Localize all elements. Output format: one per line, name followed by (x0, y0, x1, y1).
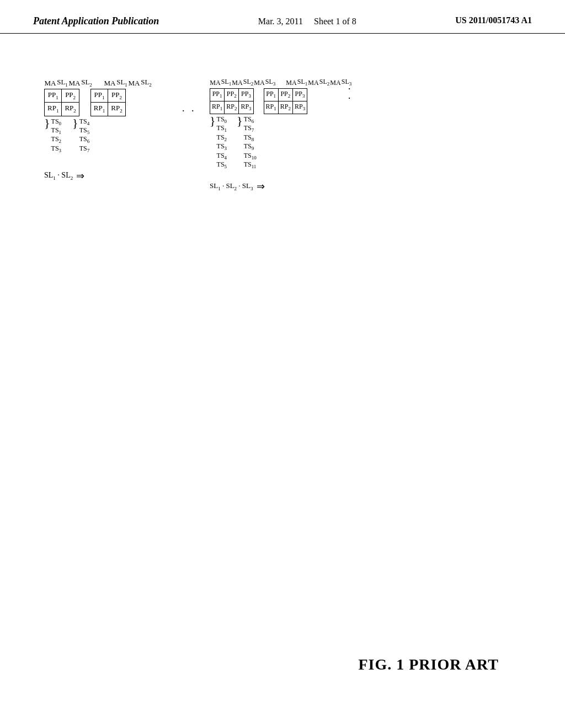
g2-col-sl3: SL3 (265, 78, 276, 87)
sl1-sl2-sl3-label: SL1 · SL2 · SL3 (210, 181, 253, 191)
sheet-label: Sheet 1 of 8 (314, 17, 356, 26)
g2-pp2b: PP2 (278, 88, 292, 101)
group1-table1: PP1 PP2 RP1 RP2 (44, 89, 79, 116)
dots-right: · · (343, 88, 355, 102)
patent-number: US 2011/0051743 A1 (455, 15, 532, 25)
g2-rp3: RP3 (239, 101, 253, 114)
g2-rp3b: RP3 (292, 101, 307, 114)
ts-group1-right: } TS4 TS5 TS6 TS7 (72, 117, 89, 154)
col-sl2a: SL2 (81, 78, 93, 88)
ts-labels4: TS6 TS7 TS8 TS9 TS10 TS11 (244, 115, 257, 169)
g2-col-sl2b: SL2 (319, 78, 330, 87)
g2-col-sl1: SL1 (221, 78, 232, 87)
brace1: } (44, 117, 50, 129)
ts-labels1: TS0 TS1 TS2 TS3 (51, 117, 62, 154)
group2-table1: PP1 PP2 PP3 RP1 RP2 RP3 (210, 88, 254, 114)
group2-tables: PP1 PP2 PP3 RP1 RP2 RP3 PP1 PP2 PP3 (210, 88, 352, 114)
group2-arrow-label: SL1 · SL2 · SL3 ⇒ (210, 180, 352, 192)
brace4: } (237, 115, 243, 126)
group1-table2: PP1 PP2 RP1 RP2 (90, 89, 126, 116)
rp1-cell: RP1 (45, 103, 62, 116)
brace3: } (210, 115, 216, 126)
col-ma1: MA (44, 79, 56, 88)
g2-pp2: PP2 (225, 88, 239, 101)
col-sl2b: SL2 (140, 78, 152, 88)
dots-upper: · · (182, 105, 196, 117)
pp2-cell: PP2 (62, 89, 79, 102)
group1-arrow-label: SL1 · SL2 ⇒ (44, 170, 152, 182)
g2-rp1: RP1 (210, 101, 225, 114)
publication-label: Patent Application Publication (33, 15, 159, 27)
ts-group1-left: } TS0 TS1 TS2 TS3 (44, 117, 61, 154)
group2-col-headers: MA SL1 MA SL2 MA SL3 MA SL1 MA SL2 MA SL… (210, 78, 352, 87)
sl1-sl2-label: SL1 · SL2 (44, 171, 73, 181)
g2-col-sl2: SL2 (243, 78, 254, 87)
ts-labels2: TS4 TS5 TS6 TS7 (79, 117, 90, 154)
g2-col-ma6: MA (330, 79, 341, 87)
col-ma4: MA (128, 79, 140, 88)
g2-pp3b: PP3 (292, 88, 307, 101)
g2-col-ma3: MA (254, 79, 265, 87)
pp1-cell: PP1 (45, 89, 62, 102)
brace2: } (72, 117, 78, 129)
ts2-group-left: } TS0 TS1 TS2 TS3 TS4 TS5 (210, 115, 227, 169)
group1-ts-row: } TS0 TS1 TS2 TS3 } TS4 TS5 TS6 TS7 (44, 117, 152, 154)
ts8b: TS8 (244, 133, 257, 142)
ts6b: TS6 (244, 115, 257, 124)
g2-col-ma4: MA (286, 79, 297, 87)
g2-col-sl3b: SL3 (341, 78, 352, 87)
g2-pp3: PP3 (239, 88, 253, 101)
date-sheet-info: Mar. 3, 2011 Sheet 1 of 8 (258, 15, 356, 28)
g2-pp1: PP1 (210, 88, 225, 101)
g2-rp1b: RP1 (264, 101, 278, 114)
group2-container: MA SL1 MA SL2 MA SL3 MA SL1 MA SL2 MA SL… (210, 78, 352, 192)
ts3b: TS3 (217, 142, 227, 151)
group1-tables: PP1 PP2 RP1 RP2 PP1 PP2 RP1 RP2 (44, 89, 152, 116)
pp1b-cell: PP1 (90, 89, 108, 102)
ts2-group-right: } TS6 TS7 TS8 TS9 TS10 TS11 (237, 115, 257, 169)
pp2b-cell: PP2 (108, 89, 125, 102)
ts5b: TS5 (217, 160, 227, 169)
group1-container: MA SL1 MA SL2 MA SL1 MA SL2 PP1 PP2 RP1 … (44, 78, 152, 182)
ts7b: TS7 (244, 124, 257, 133)
g2-col-sl1b: SL1 (297, 78, 308, 87)
ts7: TS7 (79, 144, 90, 153)
ts0b: TS0 (217, 115, 227, 124)
rp2-cell: RP2 (62, 103, 79, 116)
g2-pp1b: PP1 (264, 88, 278, 101)
group2-table2: PP1 PP2 PP3 RP1 RP2 RP3 (264, 88, 308, 114)
rp2b-cell: RP2 (108, 103, 125, 116)
group1-col-headers: MA SL1 MA SL2 MA SL1 MA SL2 (44, 78, 152, 88)
ts1b: TS1 (217, 124, 227, 133)
col-sl1a: SL1 (56, 78, 68, 88)
col-ma3: MA (104, 79, 116, 88)
ts4: TS4 (79, 117, 90, 126)
ts4b: TS4 (217, 152, 227, 160)
date-label: Mar. 3, 2011 (258, 17, 303, 26)
ts6: TS6 (79, 135, 90, 144)
double-arrow2: ⇒ (257, 180, 265, 192)
group2-ts-row: } TS0 TS1 TS2 TS3 TS4 TS5 } TS6 TS7 TS8 … (210, 115, 352, 169)
main-content: MA SL1 MA SL2 MA SL1 MA SL2 PP1 PP2 RP1 … (0, 34, 565, 718)
double-arrow1: ⇒ (76, 170, 84, 182)
fig-label: FIG. 1 PRIOR ART (358, 656, 499, 673)
col-sl1b: SL1 (116, 78, 128, 88)
ts3: TS3 (51, 144, 62, 153)
g2-col-ma5: MA (308, 79, 319, 87)
g2-rp2b: RP2 (278, 101, 292, 114)
g2-col-ma1: MA (210, 79, 221, 87)
ts1: TS1 (51, 126, 62, 135)
rp1b-cell: RP1 (90, 103, 108, 116)
ts5: TS5 (79, 126, 90, 135)
ts11b: TS11 (244, 160, 257, 169)
ts9b: TS9 (244, 142, 257, 151)
g2-col-ma2: MA (232, 79, 243, 87)
ts0: TS0 (51, 117, 62, 126)
ts10b: TS10 (244, 152, 257, 160)
ts2b: TS2 (217, 133, 227, 142)
page-header: Patent Application Publication Mar. 3, 2… (0, 0, 565, 34)
ts2: TS2 (51, 135, 62, 144)
col-ma2: MA (68, 79, 81, 88)
ts-labels3: TS0 TS1 TS2 TS3 TS4 TS5 (217, 115, 227, 169)
g2-rp2: RP2 (225, 101, 239, 114)
